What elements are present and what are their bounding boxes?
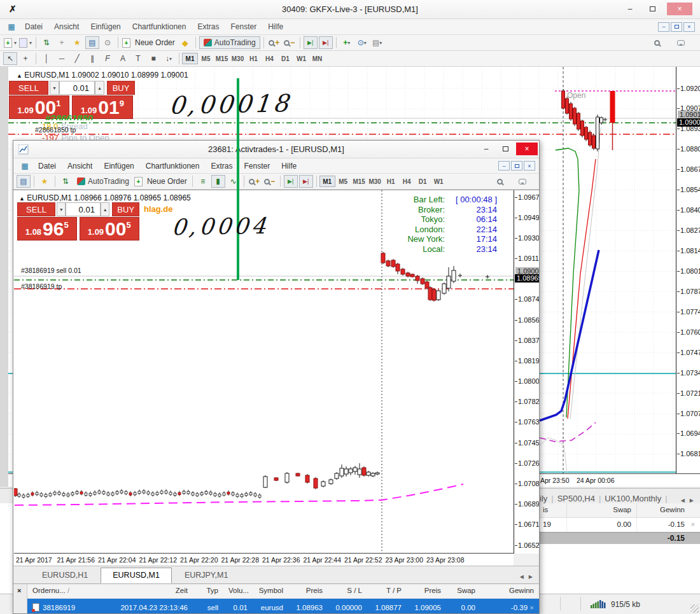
column-header[interactable]: Gewinn <box>480 584 539 598</box>
market-watch-icon[interactable]: ⇅ <box>59 175 73 188</box>
column-header[interactable]: Preis <box>288 584 328 598</box>
menu-item-chartfunktionen[interactable]: Chartfunktionen <box>140 160 206 172</box>
child-window[interactable]: 23681: Activtrades-1 - [EURUSD,M1] – × ▦… <box>13 140 540 614</box>
close-order-icon[interactable]: × <box>691 520 695 528</box>
child-price-axis[interactable]: 1.096751.094901.093051.091151.089301.087… <box>514 190 539 554</box>
timeframe-m30[interactable]: M30 <box>230 53 246 64</box>
chat-icon[interactable] <box>674 36 688 49</box>
candlestick-chart-type-icon[interactable]: ▮ <box>211 175 225 188</box>
chart-shift-icon[interactable]: ▶| <box>304 36 318 49</box>
label-tool-icon[interactable]: T <box>131 52 145 65</box>
metaeditor-icon[interactable]: ◆ <box>178 36 192 49</box>
main-terminal-header[interactable]: is Swap Gewinn <box>538 503 700 518</box>
data-window-icon[interactable]: + <box>55 36 69 49</box>
buy-button[interactable]: BUY <box>112 202 139 216</box>
buy-price-button[interactable]: 1.09 00 5 <box>80 217 139 241</box>
buy-button[interactable]: BUY <box>107 81 135 95</box>
main-minimize-button[interactable]: – <box>620 3 640 15</box>
terminal-panel-icon[interactable]: ▤ <box>17 175 31 188</box>
menu-item-fenster[interactable]: Fenster <box>225 20 263 33</box>
horizontal-line-tool-icon[interactable]: ─ <box>55 52 69 65</box>
cursor-tool-icon[interactable]: ↖ <box>3 52 17 65</box>
autotrading-button[interactable]: AutoTrading <box>74 175 132 188</box>
main-close-button[interactable]: × <box>667 3 692 15</box>
autotrading-button[interactable]: AutoTrading <box>199 36 260 49</box>
timeframe-m15[interactable]: M15 <box>214 53 230 64</box>
timeframe-m15[interactable]: M15 <box>351 176 367 187</box>
column-header[interactable]: T / P <box>367 584 407 598</box>
neue-order-button[interactable]: Neue Order <box>135 38 175 47</box>
timeframe-d1[interactable]: D1 <box>415 176 431 187</box>
profiles-icon[interactable]: ▾ <box>18 36 32 49</box>
terminal-close-icon[interactable]: × <box>17 587 21 594</box>
child-time-axis[interactable]: 21 Apr 201721 Apr 21:5621 Apr 22:0421 Ap… <box>14 553 514 566</box>
volume-down-button[interactable]: ▾ <box>57 202 66 216</box>
child-chart-canvas[interactable]: ▲ EURUSD,M1 1.08966 1.08976 1.08965 1.08… <box>14 190 514 554</box>
timeframe-m1[interactable]: M1 <box>182 53 198 64</box>
column-header[interactable]: Ordernu... / <box>27 584 115 598</box>
mdi-close-icon[interactable]: × <box>524 161 535 171</box>
child-maximize-button[interactable] <box>496 143 515 155</box>
chart-tab-uk100-monthly[interactable]: UK100,Monthly <box>605 494 661 503</box>
sell-button[interactable]: SELL <box>17 202 55 216</box>
mdi-close-icon[interactable]: × <box>683 22 695 32</box>
neue-order-icon[interactable]: + <box>122 36 133 49</box>
new-chart-icon[interactable]: +▾ <box>3 36 17 49</box>
zoom-in-icon[interactable]: + <box>248 175 262 188</box>
menu-item-datei[interactable]: Datei <box>32 160 62 172</box>
market-watch-icon[interactable]: ⇅ <box>39 36 53 49</box>
resize-grip[interactable] <box>690 604 699 613</box>
child-titlebar[interactable]: 23681: Activtrades-1 - [EURUSD,M1] – × <box>13 141 539 158</box>
fibonacci-tool-icon[interactable]: F <box>101 52 115 65</box>
volume-input[interactable]: 0.01 <box>59 81 95 95</box>
chart-tab-sp500-h4[interactable]: SP500,H4 <box>557 494 595 503</box>
timeframe-h4[interactable]: H4 <box>399 176 415 187</box>
zoom-in-icon[interactable]: + <box>267 36 281 49</box>
sell-price-button[interactable]: 1.08 96 5 <box>17 217 77 241</box>
auto-scroll-icon[interactable]: ▶| <box>319 36 333 49</box>
auto-scroll-icon[interactable]: ▶| <box>299 175 313 188</box>
text-tool-icon[interactable]: A <box>116 52 130 65</box>
neue-order-icon[interactable]: + <box>134 175 145 188</box>
trendline-tool-icon[interactable]: ╱ <box>70 52 84 65</box>
menu-item-hilfe[interactable]: Hilfe <box>276 160 302 172</box>
shapes-tool-icon[interactable]: ■ <box>146 52 160 65</box>
timeframe-d1[interactable]: D1 <box>277 53 293 64</box>
timeframe-w1[interactable]: W1 <box>293 53 309 64</box>
menu-item-einfügen[interactable]: Einfügen <box>98 160 139 172</box>
zoom-out-icon[interactable]: − <box>283 36 297 49</box>
main-terminal-row[interactable]: 19 0.00 -0.15 × <box>538 518 700 532</box>
channel-tool-icon[interactable]: ∥ <box>85 52 99 65</box>
templates-icon[interactable]: ▤▾ <box>370 36 384 49</box>
main-titlebar[interactable]: ✗ 30409: GKFX-Live-3 - [EURUSD,M1] – × <box>0 0 700 19</box>
child-terminal-row[interactable]: 381869192017.04.23 23:13:46sell0.01eurus… <box>27 599 539 614</box>
volume-input[interactable]: 0.01 <box>66 202 100 216</box>
timeframe-h4[interactable]: H4 <box>262 53 277 64</box>
timeframe-m30[interactable]: M30 <box>367 176 383 187</box>
strategy-tester-icon[interactable]: ⊙ <box>101 36 115 49</box>
column-header[interactable]: Symbol <box>253 584 288 598</box>
volume-up-button[interactable]: ▴ <box>95 81 104 95</box>
tab-scroll-arrows[interactable]: ◀▶ <box>681 498 700 503</box>
column-header[interactable]: Zeit <box>115 584 193 598</box>
timeframe-m5[interactable]: M5 <box>198 53 214 64</box>
zoom-out-icon[interactable]: − <box>263 175 277 188</box>
timeframe-w1[interactable]: W1 <box>431 176 447 187</box>
child-terminal-header[interactable]: Ordernu... /ZeitTypVolu...SymbolPreisS /… <box>27 584 539 599</box>
navigator-icon[interactable]: ★ <box>38 175 52 188</box>
column-header[interactable]: S / L <box>328 584 367 598</box>
search-icon[interactable] <box>650 36 664 49</box>
menu-item-ansicht[interactable]: Ansicht <box>62 160 98 172</box>
main-price-axis[interactable]: 1.092051.090701.089351.088051.086751.085… <box>676 67 700 473</box>
close-order-icon[interactable]: × <box>528 604 534 611</box>
chart-tab-eurusd-h1[interactable]: EURUSD,H1 <box>30 568 100 583</box>
mdi-minimize-icon[interactable]: – <box>498 161 510 171</box>
chart-tab-eurusd-m1[interactable]: EURUSD,M1 <box>101 568 172 583</box>
menu-item-extras[interactable]: Extras <box>205 160 238 172</box>
menu-item-einfügen[interactable]: Einfügen <box>85 20 126 33</box>
timeframe-h1[interactable]: H1 <box>246 53 262 64</box>
line-chart-type-icon[interactable]: ∿ <box>227 175 241 188</box>
navigator-icon[interactable]: ★ <box>70 36 84 49</box>
timeframe-h1[interactable]: H1 <box>383 176 399 187</box>
child-minimize-button[interactable]: – <box>477 143 496 155</box>
